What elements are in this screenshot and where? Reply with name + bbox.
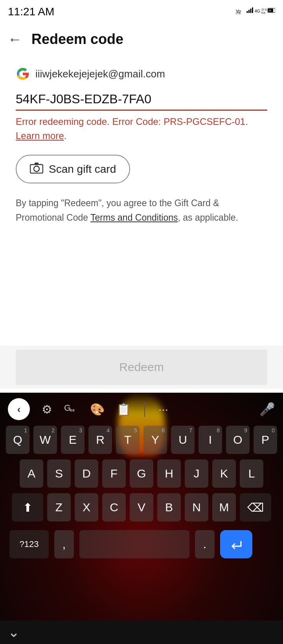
theme-icon[interactable]: 🎨 xyxy=(90,402,105,416)
key-k[interactable]: K xyxy=(212,459,236,488)
account-row: iiiwjekekejejejek@gmail.com xyxy=(16,67,267,81)
key-s[interactable]: S xyxy=(47,459,71,488)
key-comma[interactable]: , xyxy=(54,530,74,558)
key-z[interactable]: Z xyxy=(47,493,71,521)
key-p[interactable]: 0P xyxy=(254,426,277,454)
keyboard-back-button[interactable]: ‹ xyxy=(8,398,30,420)
code-input-wrapper[interactable] xyxy=(16,92,267,111)
key-f[interactable]: F xyxy=(102,459,126,488)
svg-text:⇔: ⇔ xyxy=(70,407,75,413)
keyboard-keys: 1Q 2W 3E 4R 5T 6Y 7U 8I 9O 0P A S D F G … xyxy=(0,426,283,562)
key-e[interactable]: 3E xyxy=(61,426,85,454)
key-enter[interactable] xyxy=(220,530,252,558)
svg-text:K/s: K/s xyxy=(261,11,266,14)
key-r[interactable]: 4R xyxy=(88,426,112,454)
header: ← Redeem code xyxy=(0,24,283,55)
scan-button-label: Scan gift card xyxy=(49,163,116,176)
key-q[interactable]: 1Q xyxy=(6,426,29,454)
svg-text:37.6: 37.6 xyxy=(261,8,267,11)
key-period[interactable]: . xyxy=(195,530,215,558)
key-h[interactable]: H xyxy=(157,459,181,488)
key-y[interactable]: 6Y xyxy=(143,426,167,454)
key-i[interactable]: 8I xyxy=(198,426,222,454)
keyboard-row-4: ?123 , . xyxy=(4,527,279,562)
key-v[interactable]: V xyxy=(130,493,153,521)
signal-icons: Vo LTE 4G 37.6 K/s 71 xyxy=(236,5,275,19)
error-message: Error redeeming code. Error Code: PRS-PG… xyxy=(16,115,267,143)
status-bar: 11:21 AM Vo LTE 4G 37.6 K/s 7 xyxy=(0,0,283,24)
svg-text:71: 71 xyxy=(269,9,272,11)
key-backspace[interactable]: ⌫ xyxy=(240,493,271,521)
translate-icon[interactable]: G ⇔ xyxy=(64,402,78,417)
more-icon[interactable]: ··· xyxy=(158,402,168,416)
scan-gift-card-button[interactable]: Scan gift card xyxy=(16,155,130,183)
svg-rect-4 xyxy=(250,9,252,13)
code-input[interactable] xyxy=(16,92,267,111)
key-l[interactable]: L xyxy=(240,459,263,488)
svg-point-14 xyxy=(34,166,39,172)
terms-text: By tapping "Redeem", you agree to the Gi… xyxy=(16,196,267,225)
key-shift[interactable]: ⬆ xyxy=(12,493,43,521)
key-o[interactable]: 9O xyxy=(226,426,250,454)
svg-rect-2 xyxy=(247,11,248,13)
svg-text:LTE: LTE xyxy=(236,12,241,15)
key-symbols[interactable]: ?123 xyxy=(9,530,49,558)
svg-text:4G: 4G xyxy=(255,9,261,13)
svg-rect-3 xyxy=(248,10,250,13)
keyboard-toolbar: ‹ ⚙ G ⇔ 🎨 📋 ··· 🎤 xyxy=(0,393,283,426)
status-icons: Vo LTE 4G 37.6 K/s 71 xyxy=(236,5,275,19)
key-x[interactable]: X xyxy=(75,493,98,521)
learn-more-link[interactable]: Learn more xyxy=(16,130,64,141)
key-g[interactable]: G xyxy=(130,459,153,488)
key-m[interactable]: M xyxy=(212,493,236,521)
keyboard-row-3: ⬆ Z X C V B N M ⌫ xyxy=(4,493,279,521)
svg-rect-15 xyxy=(35,163,39,165)
keyboard-row-1: 1Q 2W 3E 4R 5T 6Y 7U 8I 9O 0P xyxy=(4,426,279,454)
terms-link[interactable]: Terms and Conditions xyxy=(90,212,178,223)
settings-icon[interactable]: ⚙ xyxy=(42,402,52,416)
redeem-bar: Redeem xyxy=(0,346,283,389)
key-n[interactable]: N xyxy=(185,493,208,521)
error-text: Error redeeming code. Error Code: PRS-PG… xyxy=(16,116,248,127)
key-d[interactable]: D xyxy=(75,459,98,488)
mic-icon[interactable]: 🎤 xyxy=(259,402,275,417)
key-w[interactable]: 2W xyxy=(33,426,57,454)
terms-suffix: , as applicable. xyxy=(178,212,238,223)
camera-icon xyxy=(30,162,43,176)
page-title: Redeem code xyxy=(31,31,123,48)
google-logo xyxy=(16,67,30,81)
keyboard-row-2: A S D F G H J K L xyxy=(4,459,279,488)
chevron-down-icon[interactable]: ⌄ xyxy=(8,624,20,640)
bottom-bar: ⌄ xyxy=(0,620,283,644)
keyboard[interactable]: ‹ ⚙ G ⇔ 🎨 📋 ··· 🎤 1Q 2W 3E 4R 5T 6Y 7U 8… xyxy=(0,393,283,644)
key-u[interactable]: 7U xyxy=(171,426,195,454)
back-button[interactable]: ← xyxy=(8,31,22,48)
key-j[interactable]: J xyxy=(185,459,208,488)
key-a[interactable]: A xyxy=(20,459,43,488)
content-area: iiiwjekekejejejek@gmail.com Error redeem… xyxy=(0,55,283,237)
redeem-button[interactable]: Redeem xyxy=(16,349,267,385)
key-space[interactable] xyxy=(79,530,189,558)
toolbar-separator xyxy=(144,401,145,417)
account-email: iiiwjekekejejejek@gmail.com xyxy=(35,68,165,80)
key-b[interactable]: B xyxy=(157,493,181,521)
key-c[interactable]: C xyxy=(102,493,126,521)
clipboard-icon[interactable]: 📋 xyxy=(116,402,131,416)
svg-rect-5 xyxy=(252,7,253,13)
status-time: 11:21 AM xyxy=(8,5,54,18)
key-t[interactable]: 5T xyxy=(116,426,140,454)
